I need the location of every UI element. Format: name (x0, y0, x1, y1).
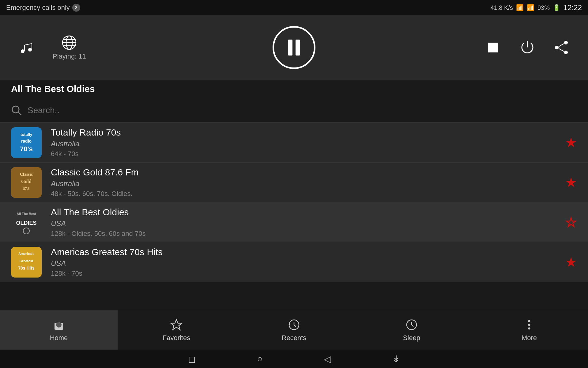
radio-list: totallyradio70's Totally Radio 70s Austr… (0, 123, 588, 282)
nav-recents-label: Recents (282, 334, 307, 342)
square-nav-button[interactable]: ◻ (188, 354, 196, 364)
track-title-bar: All The Best Oldies (0, 80, 588, 98)
station-name: All The Best Oldies (51, 207, 556, 217)
svg-text:radio: radio (21, 139, 32, 144)
svg-point-10 (564, 51, 568, 54)
svg-text:Classic: Classic (20, 172, 33, 177)
favorite-star[interactable]: ★ (565, 254, 577, 270)
share-button[interactable] (554, 40, 570, 56)
pause-button[interactable] (273, 26, 315, 69)
station-meta: 128k - Oldies. 50s. 60s and 70s (51, 230, 556, 238)
svg-text:totally: totally (21, 132, 32, 137)
star-nav-icon (170, 318, 183, 332)
download-nav-button[interactable]: ↡ (392, 354, 400, 364)
svg-line-12 (559, 48, 564, 52)
svg-point-37 (528, 320, 530, 322)
nav-sleep-label: Sleep (403, 334, 420, 342)
nav-home-label: Home (50, 334, 68, 342)
svg-point-8 (564, 41, 568, 44)
nav-favorites[interactable]: Favorites (118, 310, 235, 350)
radio-item[interactable]: totallyradio70's Totally Radio 70s Austr… (0, 123, 588, 163)
player-bar: Playing: 11 (0, 15, 588, 80)
favorite-star[interactable]: ★ (565, 174, 577, 190)
battery-icon: 🔋 (553, 4, 560, 11)
status-bar: Emergency calls only 3 41.8 K/s 📶 📶 93% … (0, 0, 588, 15)
status-right: 41.8 K/s 📶 📶 93% 🔋 12:22 (491, 3, 582, 12)
station-meta: 64k - 70s (51, 150, 556, 158)
home-icon (52, 318, 66, 332)
nav-sleep[interactable]: Sleep (353, 310, 470, 350)
notification-badge: 3 (72, 4, 80, 12)
nav-more[interactable]: More (470, 310, 588, 350)
battery-text: 93% (537, 4, 550, 11)
favorite-star[interactable]: ★ (565, 135, 577, 150)
svg-line-11 (559, 44, 564, 47)
more-icon (522, 318, 536, 332)
power-button[interactable] (519, 40, 535, 56)
station-info: All The Best Oldies USA 128k - Oldies. 5… (51, 207, 556, 238)
station-name: Americas Greatest 70s Hits (51, 247, 556, 257)
svg-text:87.6: 87.6 (23, 186, 30, 191)
station-meta: 48k - 50s. 60s. 70s. Oldies. (51, 190, 556, 198)
bluetooth-icon: 📶 (516, 4, 524, 11)
svg-text:Greatest: Greatest (20, 259, 33, 263)
svg-line-14 (18, 112, 21, 115)
svg-text:OLDIES: OLDIES (16, 220, 36, 226)
svg-text:All The Best: All The Best (17, 212, 36, 216)
svg-marker-34 (171, 320, 182, 330)
svg-text:America's: America's (18, 252, 34, 255)
station-country: Australia (51, 179, 556, 188)
svg-text:70s Hits: 70s Hits (18, 266, 35, 270)
station-logo: ClassicGold87.6 (11, 167, 42, 198)
radio-item[interactable]: All The BestOLDIES All The Best Oldies U… (0, 202, 588, 242)
station-logo: totallyradio70's (11, 127, 42, 158)
data-speed: 41.8 K/s (491, 4, 513, 11)
nav-recents[interactable]: Recents (235, 310, 353, 350)
favorite-star[interactable]: ☆ (565, 214, 577, 230)
recents-icon (287, 318, 301, 332)
station-country: USA (51, 219, 556, 228)
clock: 12:22 (564, 3, 582, 12)
svg-point-0 (21, 49, 24, 53)
svg-rect-7 (488, 43, 498, 52)
emergency-text: Emergency calls only (6, 4, 70, 12)
svg-text:70's: 70's (20, 145, 33, 153)
station-country: USA (51, 259, 556, 268)
station-info: Americas Greatest 70s Hits USA 128k - 70… (51, 247, 556, 278)
search-icon (11, 105, 22, 116)
back-nav-button[interactable]: ◁ (324, 354, 331, 364)
globe-icon[interactable]: Playing: 11 (53, 35, 86, 60)
home-nav-button[interactable]: ○ (257, 354, 262, 364)
track-title: All The Best Oldies (11, 84, 95, 94)
station-info: Classic Gold 87.6 Fm Australia 48k - 50s… (51, 167, 556, 198)
system-nav-bar: ◻ ○ ◁ ↡ (0, 350, 588, 368)
station-name: Totally Radio 70s (51, 127, 556, 138)
search-input[interactable] (28, 105, 577, 115)
station-meta: 128k - 70s (51, 270, 556, 278)
svg-point-1 (28, 48, 32, 52)
signal-icon: 📶 (527, 4, 534, 11)
nav-home[interactable]: Home (0, 310, 118, 350)
player-right-icons (485, 40, 570, 56)
svg-point-9 (555, 46, 559, 49)
music-icon[interactable] (18, 40, 34, 56)
nav-more-label: More (522, 334, 537, 342)
radio-item[interactable]: America'sGreatest70s Hits Americas Great… (0, 242, 588, 282)
stop-button[interactable] (485, 40, 501, 56)
station-logo: All The BestOLDIES (11, 207, 42, 238)
svg-point-13 (12, 106, 19, 113)
svg-point-39 (528, 327, 530, 329)
radio-item[interactable]: ClassicGold87.6 Classic Gold 87.6 Fm Aus… (0, 163, 588, 202)
svg-point-38 (528, 324, 530, 326)
pause-icon (288, 40, 300, 56)
nav-favorites-label: Favorites (163, 334, 190, 342)
station-country: Australia (51, 140, 556, 148)
playing-label: Playing: 11 (53, 52, 86, 60)
svg-rect-33 (57, 323, 60, 326)
station-logo: America'sGreatest70s Hits (11, 247, 42, 278)
sleep-icon (405, 318, 418, 332)
station-name: Classic Gold 87.6 Fm (51, 167, 556, 178)
station-info: Totally Radio 70s Australia 64k - 70s (51, 127, 556, 158)
search-bar (0, 98, 588, 123)
status-left: Emergency calls only 3 (6, 4, 80, 12)
